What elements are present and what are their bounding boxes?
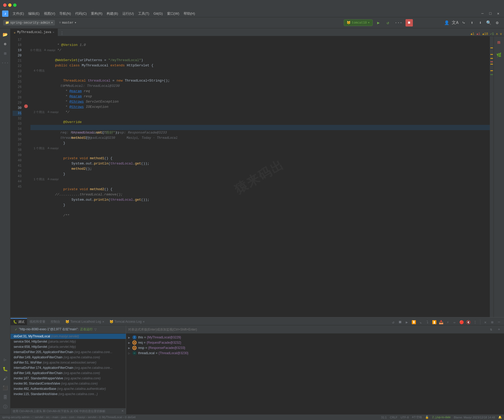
win-close[interactable]: ✕ [495,10,502,17]
stack-frame-7[interactable]: doFilter:149, ApplicationFilterChain (or… [11,370,126,376]
debug-stop-btn[interactable]: ⏹ [397,319,403,325]
push-icon[interactable]: ⬆ [468,19,476,26]
debug-settings-btn[interactable]: ⋮ [472,319,478,325]
filter-icon[interactable]: ▽ [94,328,97,331]
expr-add-btn[interactable]: + [496,327,502,332]
settings-icon[interactable]: ⚙ [493,19,501,26]
var-row-req[interactable]: ▶ ◎ req = {RequestFacade@3232} [126,340,504,345]
search-icon[interactable]: 🔍 [485,19,492,26]
menu-code[interactable]: 代码(C) [73,10,89,17]
close-button[interactable] [3,3,7,7]
stack-frame-5[interactable]: doFilter:51, WsFilter (org.apache.tomcat… [11,360,126,365]
stack-frame-10[interactable]: invoke:482, AuthenticatorBase (org.apach… [11,386,126,391]
stack-frame-4[interactable]: doFilter:149, ApplicationFilterChain (or… [11,355,126,360]
sidebar-packages-icon[interactable]: ⊞ [1,49,9,58]
debug-mute-btn[interactable]: 🔇 [465,319,471,325]
breakpoint-line30[interactable] [24,104,28,108]
pull-icon[interactable]: ⬇ [477,19,484,26]
win-minimize[interactable]: ─ [479,10,486,17]
sidebar-database-icon[interactable]: 🗄 [1,393,9,402]
debug-run-to-cursor-btn[interactable]: ⚡ [445,319,451,325]
var-row-this[interactable]: ▶ T this = {MyThreadLocal@3229} [126,335,504,340]
editor-scrollbar[interactable] [490,36,493,317]
menu-window[interactable]: 窗口(W) [165,10,181,17]
sidebar-run-icon[interactable]: ▷ [1,355,9,364]
status-blame[interactable]: Blame: Masiyi 2023/12/18 14:48 [454,416,495,419]
run-config-selector[interactable]: 🐱 tomcat10 ▾ [344,19,373,26]
stop-button[interactable]: ■ [406,19,413,26]
tab-more-button[interactable]: ⋮ [58,31,66,36]
panel-layout-btn[interactable]: ⊞ [489,319,495,325]
var-row-threadlocal[interactable]: ▷ ∞ threadLocal = {ThreadLocal@3230} [126,350,504,356]
sidebar-project-icon[interactable]: 📂 [1,30,9,39]
hint-close-btn[interactable]: ✕ [121,409,124,413]
menu-refactor[interactable]: 重构(R) [89,10,105,17]
debug-restart-btn[interactable]: ↺ [390,319,396,325]
status-position[interactable]: 31:1 [381,416,387,419]
localhost-log-close[interactable]: ✕ [102,320,104,323]
debug-resume-btn[interactable]: ▶ [404,319,410,325]
debug-drop-frame-btn[interactable]: 📥 [438,319,444,325]
stack-frame-0[interactable]: doGet:31, MyThreadLocal (com.masiyi.serv… [11,334,126,339]
win-maximize[interactable]: □ [487,10,494,17]
menu-view[interactable]: 视图(V) [42,10,57,17]
branch-selector[interactable]: ⑂ master ▾ [57,20,78,25]
maven-icon[interactable]: m [495,38,503,47]
debug-force-step-into-btn[interactable]: ⤵ [424,319,430,325]
collapse-icon[interactable]: ∨ [500,32,502,36]
panel-close-btn[interactable]: ✕ [482,319,488,325]
code-lines[interactable]: * @Version 1.0 */ 0 个用法 ≛ masiyi @WebSer… [28,36,490,317]
menu-file[interactable]: 文件(E) [11,10,26,17]
debug-step-out-btn[interactable]: ⏫ [431,319,437,325]
tab-localhost-log[interactable]: 🐱 Tomcat Localhost Log ✕ [63,318,107,325]
stack-frame-8[interactable]: invoke:167, StandardWrapperValve (org.ap… [11,376,126,381]
menu-edit[interactable]: 编辑(E) [26,10,41,17]
debug-eval-btn[interactable]: ✏ [452,319,458,325]
tab-close-icon[interactable]: ✕ [53,31,54,34]
debug-breakpoints-btn[interactable]: 🔴 [459,319,464,325]
access-log-close[interactable]: ✕ [143,320,145,323]
status-encoding[interactable]: UTF-8 [401,416,409,419]
status-notifications[interactable]: 🔔 [498,416,502,419]
status-git[interactable]: 2 △/up-to-date [432,416,450,419]
expand-icon[interactable]: ∧ [496,32,498,36]
stack-frame-2[interactable]: service:658, HttpServlet (jakarta.servle… [11,344,126,349]
profile-icon[interactable]: 👤 [443,19,450,26]
sidebar-info-icon[interactable]: ⓘ [1,403,9,411]
menu-git[interactable]: Git(G) [151,10,165,17]
reload-button[interactable]: ↺ [384,19,392,26]
sidebar-terminal-icon[interactable]: ⬛ [1,384,9,392]
var-row-resp[interactable]: ▶ ◎ resp = {ResponseFacade@3233} [126,345,504,350]
stack-frame-11[interactable]: invoke:115, StandardHostValve (org.apach… [11,391,126,397]
run-more-button[interactable]: ··· [394,19,403,26]
editor-tab-mythreadlocal[interactable]: ☕ MyThreadLocal.java ✕ [11,29,58,36]
debug-step-over-btn[interactable]: ⏬ [411,319,417,325]
debug-step-into-btn[interactable]: ↘ [418,319,423,325]
stack-frame-1[interactable]: service:564, HttpServlet (jakarta.servle… [11,339,126,344]
maximize-button[interactable] [13,3,17,7]
menu-run[interactable]: 运行(U) [120,10,136,17]
minimize-button[interactable] [8,3,12,7]
sidebar-debug-icon[interactable]: 🐛 [1,365,9,373]
menu-tools[interactable]: 工具(T) [136,10,152,17]
panel-minimize-btn[interactable]: ─ [496,319,502,325]
expression-input[interactable] [128,328,486,331]
stack-frame-9[interactable]: invoke:90, StandardContextValve (org.apa… [11,381,126,386]
menu-build[interactable]: 构建(B) [105,10,120,17]
share-icon[interactable]: ⤷ [460,19,467,26]
menu-help[interactable]: 帮助(H) [181,10,197,17]
project-selector[interactable]: 📁 spring-security-admin ▾ [3,20,55,25]
tab-debug[interactable]: 🐛 调试 [11,318,27,325]
expr-expand-btn[interactable]: ⇅ [488,327,494,332]
translate-icon[interactable]: 文A [451,19,459,26]
sidebar-vcs-icon[interactable]: ⊕ [1,40,9,48]
tab-access-log[interactable]: 🐱 Tomcat Access Log ✕ [107,318,147,325]
sidebar-paint-icon[interactable]: 🖌 [1,374,9,383]
tab-console[interactable]: 控制台 [48,318,63,325]
status-readonly[interactable]: 🔓 [425,416,429,419]
tab-threads[interactable]: 线程和变量 [27,318,48,325]
run-button[interactable]: ▶ [375,19,382,26]
maven-tree-icon[interactable]: 🌿 [495,51,503,59]
sidebar-more-icon[interactable]: ··· [1,59,9,67]
status-linesep[interactable]: CRLF [390,416,397,419]
